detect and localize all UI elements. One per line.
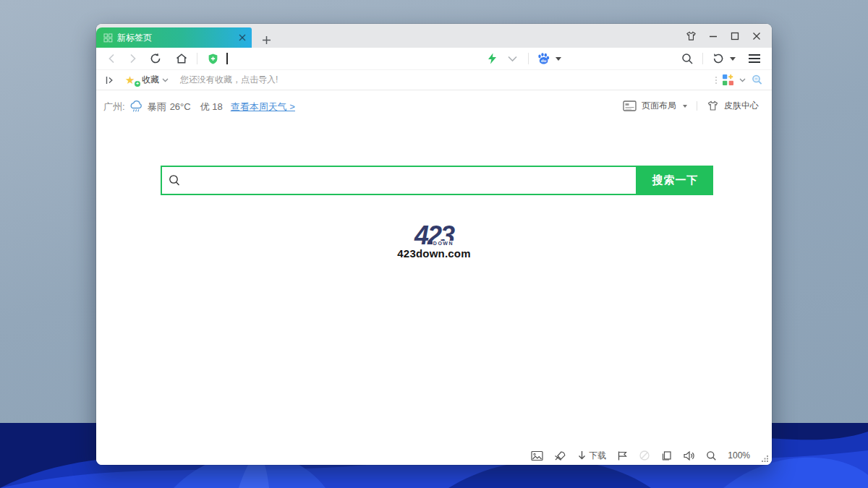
- skin-center-button[interactable]: 皮肤中心: [724, 100, 759, 112]
- home-icon[interactable]: [171, 49, 192, 68]
- window-controls: [683, 24, 765, 48]
- search-box: 搜索一下: [161, 166, 713, 195]
- find-icon[interactable]: [751, 74, 763, 86]
- page-layout-button[interactable]: 页面布局: [642, 100, 676, 112]
- search-icon: [169, 174, 181, 187]
- weather-week-link[interactable]: 查看本周天气 >: [231, 100, 295, 114]
- svg-text:du: du: [541, 58, 547, 63]
- toolbar-separator: [702, 53, 703, 64]
- status-bar: 下载 100%: [96, 446, 772, 465]
- logo-down-text: DOWN: [433, 241, 454, 246]
- app-grid-icon[interactable]: [722, 74, 734, 86]
- download-label: 下载: [589, 450, 606, 462]
- caret-down-icon[interactable]: [730, 57, 736, 61]
- close-tab-icon[interactable]: [239, 34, 246, 41]
- back-icon[interactable]: [102, 49, 122, 68]
- chevron-down-icon[interactable]: [162, 78, 169, 82]
- baidu-paw-icon[interactable]: du: [534, 49, 554, 68]
- tab-title: 新标签页: [117, 32, 234, 44]
- forward-icon[interactable]: [122, 49, 142, 68]
- weather-widget: 广州: 暴雨 26°C 优 18 查看本周天气 >: [103, 100, 295, 114]
- refresh-icon[interactable]: [145, 49, 166, 68]
- chevron-down-icon[interactable]: [739, 78, 746, 82]
- navigation-toolbar: du: [96, 48, 772, 70]
- tab-strip: 新标签页: [96, 24, 772, 48]
- zoom-search-icon[interactable]: [706, 450, 717, 461]
- weather-city: 广州:: [103, 100, 125, 114]
- layout-icon: [623, 100, 637, 111]
- flag-icon[interactable]: [617, 450, 628, 461]
- more-dots-icon[interactable]: [715, 77, 717, 84]
- sidebar-toggle-icon[interactable]: [105, 75, 115, 85]
- speaker-icon[interactable]: [683, 450, 695, 461]
- bookmarks-empty-hint[interactable]: 您还没有收藏，点击导入!: [180, 74, 278, 86]
- skin-shirt-icon[interactable]: [683, 27, 699, 44]
- new-tab-button[interactable]: [262, 35, 271, 45]
- page-tools-separator: [697, 101, 697, 111]
- rain-cloud-icon: [129, 100, 144, 114]
- caret-down-icon: [683, 105, 687, 108]
- star-plus-icon[interactable]: ★ +: [125, 74, 138, 86]
- grid-icon: [103, 33, 113, 43]
- maximize-icon[interactable]: [726, 27, 743, 44]
- resize-grip[interactable]: [762, 455, 768, 462]
- skin-shirt-icon: [707, 100, 719, 111]
- address-caret: [226, 53, 228, 64]
- search-button[interactable]: 搜索一下: [637, 166, 713, 195]
- shield-plus-icon[interactable]: [203, 49, 223, 68]
- bookmarks-right-cluster: [715, 74, 763, 86]
- undo-icon[interactable]: [708, 49, 728, 68]
- browser-window: 新标签页: [96, 24, 772, 465]
- toolbar-separator: [528, 53, 529, 64]
- download-button[interactable]: 下载: [577, 450, 606, 462]
- caret-down-icon[interactable]: [556, 57, 561, 61]
- menu-icon[interactable]: [744, 49, 765, 68]
- close-icon[interactable]: [748, 27, 765, 44]
- minimize-icon[interactable]: [705, 27, 721, 44]
- search-input[interactable]: [185, 167, 636, 194]
- site-logo: 423 DOWN 423down.com: [96, 225, 772, 260]
- favorites-label[interactable]: 收藏: [142, 74, 159, 86]
- weather-temperature: 26°C: [170, 101, 191, 112]
- rocket-icon[interactable]: [554, 450, 566, 461]
- weather-condition: 暴雨: [148, 100, 166, 114]
- toolbar-separator: [197, 53, 197, 64]
- toolbar-right-cluster: [677, 49, 765, 68]
- image-icon[interactable]: [531, 450, 543, 461]
- page-content: 广州: 暴雨 26°C 优 18 查看本周天气 > 页面布局 皮肤中心: [96, 90, 772, 446]
- tab-new-tab[interactable]: 新标签页: [96, 27, 252, 48]
- search-icon[interactable]: [677, 49, 697, 68]
- weather-air-quality: 优 18: [200, 100, 223, 114]
- bookmarks-bar: ★ + 收藏 您还没有收藏，点击导入!: [96, 70, 772, 90]
- split-screen-icon[interactable]: [661, 450, 672, 461]
- chevron-down-icon[interactable]: [503, 49, 523, 68]
- search-field[interactable]: [161, 166, 637, 195]
- page-tools: 页面布局 皮肤中心: [623, 100, 759, 112]
- disabled-circle-icon[interactable]: [639, 450, 650, 461]
- desktop: { "tab_strip": { "active_tab": { "title"…: [0, 0, 868, 488]
- download-arrow-icon: [577, 450, 587, 461]
- zoom-level[interactable]: 100%: [728, 450, 750, 461]
- lightning-icon[interactable]: [482, 49, 503, 68]
